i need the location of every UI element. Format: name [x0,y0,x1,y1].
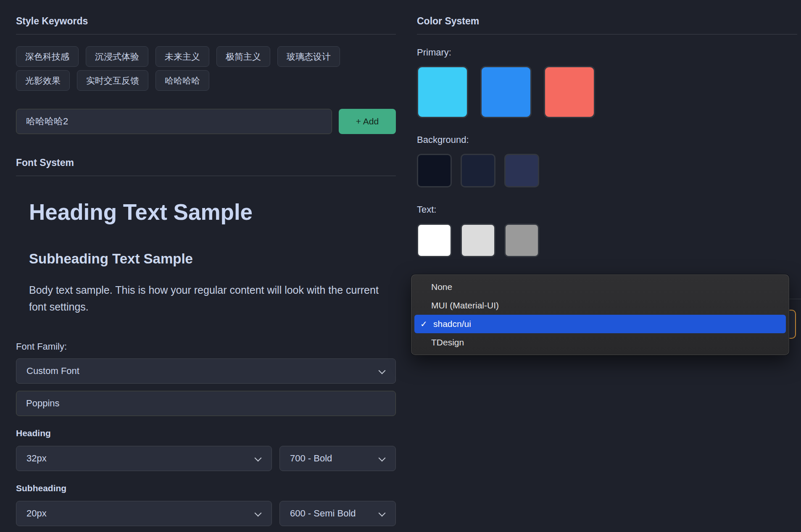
add-keyword-button[interactable]: + Add [339,109,396,134]
subheading-weight-select[interactable]: 600 - Semi Bold [279,501,396,526]
style-keyword-tag[interactable]: 极简主义 [216,46,270,67]
font-system-title: Font System [16,157,396,169]
dropdown-option-shadcn-selected[interactable]: ✓ shadcn/ui [414,315,786,333]
background-swatch-row [417,154,797,187]
chevron-down-icon [255,455,262,462]
style-keyword-tag[interactable]: 玻璃态设计 [277,46,340,67]
primary-colors-label: Primary: [417,47,797,58]
component-library-dropdown-menu: None MUI (Material-UI) ✓ shadcn/ui TDesi… [411,274,789,355]
style-keyword-tag[interactable]: 未来主义 [155,46,209,67]
chevron-down-icon [379,510,386,517]
dropdown-option-label: shadcn/ui [433,319,471,329]
subheading-size-select[interactable]: 20px [16,501,272,526]
preview-body-text: Body text sample. This is how your regul… [29,282,399,315]
primary-swatch-row [417,66,797,118]
chevron-down-icon [379,367,386,374]
preview-subheading: Subheading Text Sample [29,250,396,267]
font-family-label: Font Family: [16,341,396,352]
heading-label: Heading [16,428,396,439]
checkmark-icon: ✓ [420,319,429,329]
dropdown-option-mui[interactable]: MUI (Material-UI) [411,296,789,315]
preview-heading: Heading Text Sample [29,199,396,225]
heading-weight-select[interactable]: 700 - Bold [279,446,396,471]
chevron-down-icon [255,510,262,517]
font-preview: Heading Text Sample Subheading Text Samp… [16,199,396,315]
style-keywords-tag-list: 深色科技感 沉浸式体验 未来主义 极简主义 玻璃态设计 光影效果 实时交互反馈 … [16,46,396,91]
style-keyword-tag[interactable]: 深色科技感 [16,46,79,67]
background-color-swatch[interactable] [417,154,452,187]
text-colors-label: Text: [417,204,797,215]
subheading-weight-value: 600 - Semi Bold [290,508,356,519]
keyword-input[interactable] [16,109,332,134]
custom-font-input[interactable] [16,391,396,416]
heading-weight-value: 700 - Bold [290,453,332,464]
subheading-settings-row: 20px 600 - Semi Bold [16,501,396,526]
page: { "colors": { "add_button_bg": "#41AD85"… [0,0,801,532]
background-color-swatch[interactable] [461,154,495,187]
primary-color-swatch[interactable] [480,66,532,118]
background-colors-label: Background: [417,134,797,145]
text-color-swatch[interactable] [504,224,539,257]
font-family-select-value: Custom Font [26,366,79,377]
primary-color-swatch[interactable] [417,66,468,118]
text-color-swatch[interactable] [461,224,495,257]
font-system-divider [16,176,396,176]
dropdown-option-none[interactable]: None [411,278,789,296]
color-system-divider [417,34,797,34]
text-color-swatch[interactable] [417,224,452,257]
subheading-size-value: 20px [26,508,47,519]
primary-color-swatch[interactable] [544,66,595,118]
dropdown-option-tdesign[interactable]: TDesign [411,333,789,352]
color-system-title: Color System [417,15,797,27]
heading-size-select[interactable]: 32px [16,446,272,471]
heading-size-value: 32px [26,453,47,464]
chevron-down-icon [379,455,386,462]
style-keyword-tag[interactable]: 实时交互反馈 [77,70,148,91]
style-keywords-divider [16,34,396,34]
style-keyword-tag[interactable]: 沉浸式体验 [86,46,148,67]
heading-settings-row: 32px 700 - Bold [16,446,396,471]
style-keyword-tag[interactable]: 光影效果 [16,70,70,91]
font-family-select[interactable]: Custom Font [16,358,396,384]
text-swatch-row [417,224,797,257]
style-keyword-tag[interactable]: 哈哈哈哈 [155,70,209,91]
add-keyword-row: + Add [16,109,396,134]
right-column: Color System Primary: Background: Text: [417,13,797,257]
style-keywords-title: Style Keywords [16,15,396,27]
left-column: Style Keywords 深色科技感 沉浸式体验 未来主义 极简主义 玻璃态… [16,13,396,526]
background-color-swatch[interactable] [504,154,539,187]
subheading-label: Subheading [16,483,396,494]
